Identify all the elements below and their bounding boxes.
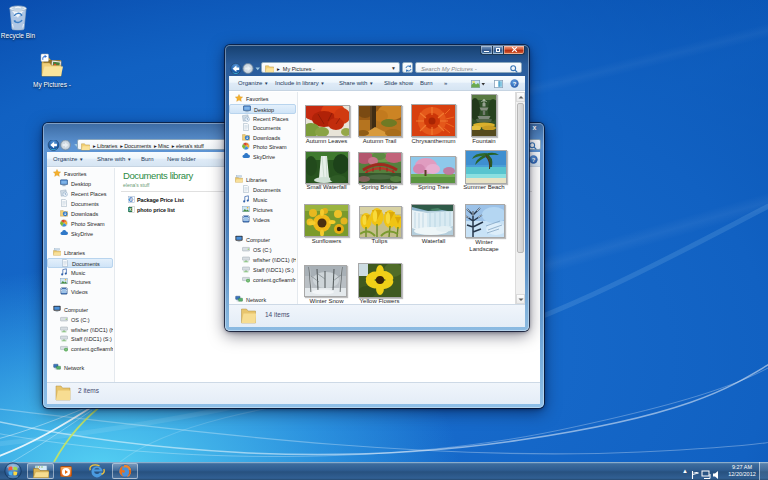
- svg-text:?: ?: [513, 81, 517, 87]
- svg-text:W: W: [129, 197, 133, 202]
- svg-text:?: ?: [532, 157, 536, 163]
